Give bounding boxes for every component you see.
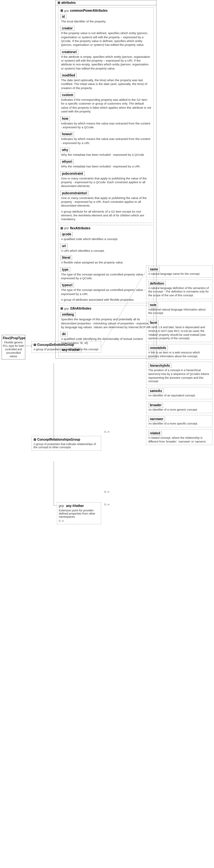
- item-creatoruri: creatoruri If the attribute is empty, sp…: [60, 49, 151, 71]
- attributes-box: ⊞ attributes ⊞ grp commonPowerAttributes…: [55, 0, 156, 359]
- prop-remoteinfo-desc: A link to an item or a web resource whic…: [148, 351, 210, 358]
- item-modified-name: modified: [60, 73, 77, 78]
- svg-text:0..∞: 0..∞: [104, 430, 110, 433]
- prop-definition-label: definition: [148, 281, 165, 286]
- item-modified-desc: The date (and optionally, the time) when…: [60, 78, 151, 90]
- i18n-attrs-title: ⊞ grp i18nAttributes: [60, 307, 151, 310]
- item-typeuri-desc: The type of the concept assigned as cont…: [60, 288, 151, 296]
- prop-note-desc: Additional natural language information …: [148, 308, 210, 315]
- item-whyuri: whyuri Why the metadata has been include…: [60, 159, 151, 169]
- concept-rel-group-box: ⊞ ConceptRelationshipsGroup A group of p…: [32, 436, 101, 451]
- concept-def-icon: ⊞: [33, 343, 36, 346]
- any-other-grp-label: grp: [59, 504, 64, 507]
- prop-facet-label: facet: [148, 320, 159, 325]
- flex-attributes-group: ⊞ grp flexAttributes qcode A qualified c…: [58, 225, 154, 304]
- grp-label-2: grp: [64, 226, 69, 229]
- prop-definition-desc: A natural language definition of the sem…: [148, 286, 210, 298]
- item-pubconstraint-name: pubconstraint: [60, 171, 85, 176]
- item-modified: modified The date (and optionally, the t…: [60, 72, 151, 91]
- item-how-desc: Indicates by which means the value was e…: [60, 122, 151, 129]
- prop-facet: facet In NAR 1.8 and later, facet is dep…: [146, 319, 212, 342]
- prop-hierarchyinfo: hierarchyInfo The position of a concept …: [146, 362, 212, 385]
- common-power-attributes-group: ⊞ grp commonPowerAttributes id The local…: [58, 7, 154, 223]
- prop-narrower-label: narrower: [148, 416, 165, 422]
- prop-name-label: name: [148, 267, 160, 272]
- prop-definition: definition A natural language definition…: [146, 280, 212, 299]
- flex-attrs-title: ⊞ grp flexAttributes: [60, 226, 151, 230]
- prop-narrower-desc: An identifier of a more specific concept…: [148, 422, 210, 426]
- prop-note: note Additional natural language informa…: [146, 301, 212, 317]
- concept-def-title: ⊞ ConceptDefinitionGroup: [33, 343, 99, 346]
- concept-rel-title: ⊞ ConceptRelationshipsGroup: [33, 438, 99, 441]
- item-type: type The type of the concept assigned as…: [60, 267, 151, 281]
- i18n-group-icon: ⊞: [60, 307, 63, 310]
- concept-rel-name: ConceptRelationshipsGroup: [37, 438, 80, 441]
- prop-narrower: narrower An identifier of a more specifi…: [146, 415, 212, 427]
- item-typeuri-name: typeuri: [60, 283, 74, 287]
- prop-sameas-desc: An identifier of an equivalent concept.: [148, 394, 210, 398]
- prop-hierarchyinfo-desc: The position of a concept in a hierarchi…: [148, 369, 210, 383]
- any-other-title: grp any ##other: [59, 504, 99, 507]
- item-id-name: id: [60, 14, 66, 19]
- item-why-name: why: [60, 148, 69, 152]
- item-pubconstraint: pubconstraint One or many constraints th…: [60, 170, 151, 189]
- prop-remoteinfo: remoteInfo A link to an item or a web re…: [146, 344, 212, 360]
- flex-prop-type-name: Flex1PropType: [3, 336, 24, 340]
- concept-rel-icon: ⊞: [33, 438, 36, 441]
- any-other-name: any ##other: [66, 504, 84, 507]
- any-other-bottom-box: grp any ##other Extension point for prov…: [57, 502, 101, 524]
- item-pubconstrainturi: pubconstrainturi One or many constraints…: [60, 190, 151, 209]
- item-pubconstrainturi-desc: One or many constraints that apply to pu…: [60, 196, 151, 208]
- prop-related-desc: A related concept, where the relationshi…: [148, 436, 210, 443]
- flex-group-icon: ⊞: [60, 226, 63, 230]
- item-xmllang-desc: Specifies the language of this property …: [60, 317, 151, 329]
- page: ⊞ attributes ⊞ grp commonPowerAttributes…: [0, 0, 214, 868]
- item-literal-name: literal: [60, 255, 72, 260]
- item-id: id The local identifier of the property.: [60, 13, 151, 24]
- prop-related: related A related concept, where the rel…: [146, 429, 212, 445]
- item-creatoruri-desc: If the attribute is empty, specifies whi…: [60, 55, 151, 70]
- item-custom-name: custom: [60, 93, 75, 97]
- common-power-attrs-title: ⊞ grp commonPowerAttributes: [60, 9, 151, 12]
- item-pubconstrainturi-name: pubconstrainturi: [60, 191, 89, 195]
- common-group-note: A group attribute for all elements of a …: [60, 210, 151, 221]
- item-uri-desc: A URI which identifies a concept.: [60, 249, 151, 253]
- prop-facet-desc: In NAR 1.8 and later, facet is deprecate…: [148, 326, 210, 341]
- item-why: why Why the metadata has been included -…: [60, 147, 151, 157]
- prop-broader-desc: An identifier of a more generic concept.: [148, 408, 210, 412]
- attributes-icon: ⊞: [58, 1, 60, 4]
- item-why-desc: Why the metadata has been included - exp…: [60, 153, 151, 157]
- attributes-title: ⊞ attributes: [56, 0, 156, 5]
- item-creator: creator If the property value is not def…: [60, 25, 151, 48]
- item-literal: literal A flexible value assigned as the…: [60, 255, 151, 265]
- prop-hierarchyinfo-label: hierarchyInfo: [148, 363, 171, 368]
- item-custom-desc: Indicates if the corresponding property …: [60, 98, 151, 114]
- item-xmllang: xmllang Specifies the language of this p…: [60, 311, 151, 330]
- concept-def-group-box: ⊞ ConceptDefinitionGroup A group of prop…: [32, 341, 101, 353]
- item-typeuri: typeuri The type of the concept assigned…: [60, 282, 151, 297]
- grp-label-1: grp: [64, 9, 69, 12]
- prop-remoteinfo-label: remoteInfo: [148, 346, 168, 350]
- item-xmllang-name: xmllang: [60, 312, 75, 317]
- item-how-name: how: [60, 116, 70, 121]
- prop-sameas-label: sameAs: [148, 389, 163, 393]
- prop-broader: broader An identifier of a more generic …: [146, 401, 212, 413]
- flex-prop-type-box: Flex1PropType Flexible generic PCL-type …: [2, 335, 25, 360]
- item-whyuri-desc: Why the metadata has been included - exp…: [60, 164, 151, 168]
- flex-prop-type-desc: Flexible generic PCL-type for both contr…: [3, 341, 24, 358]
- item-qcode-name: qcode: [60, 232, 73, 237]
- right-properties: name A natural language name for the con…: [146, 265, 212, 447]
- prop-related-label: related: [148, 431, 162, 436]
- item-type-desc: The type of the concept assigned as cont…: [60, 273, 151, 280]
- item-creator-desc: If the property value is not defined, sp…: [60, 31, 151, 47]
- attributes-container: ⊞ attributes ⊞ grp commonPowerAttributes…: [54, 0, 158, 359]
- item-how: how Indicates by which means the value w…: [60, 116, 151, 130]
- any-other-desc: Extension point for provider-defined pro…: [59, 509, 99, 518]
- item-creator-name: creator: [60, 26, 74, 31]
- prop-broader-label: broader: [148, 403, 163, 407]
- prop-name: name A natural language name for the con…: [146, 265, 212, 278]
- prop-sameas: sameAs An identifier of an equivalent co…: [146, 387, 212, 399]
- common-power-attrs-name: commonPowerAttributes: [70, 9, 108, 12]
- prop-name-desc: A natural language name for the concept.: [148, 272, 210, 276]
- group-icon: ⊞: [60, 9, 63, 12]
